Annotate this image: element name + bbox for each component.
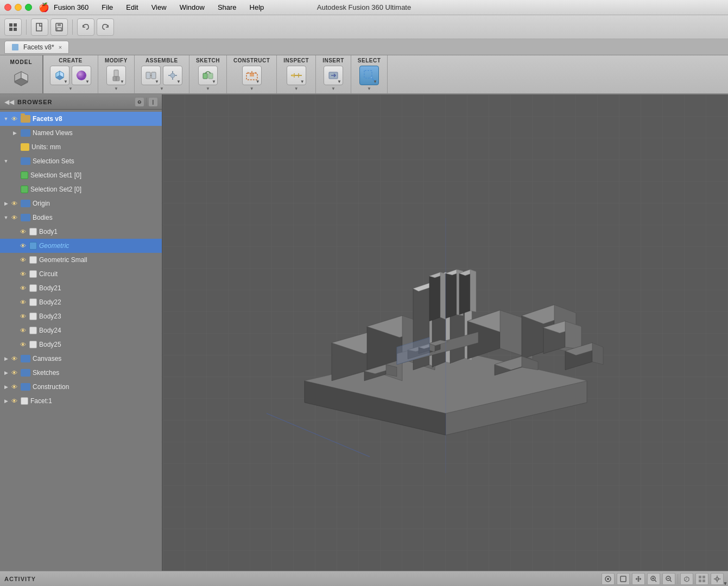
tree-item-units[interactable]: ▶ Units: mm [0,140,162,154]
expand-canvases[interactable]: ▶ [2,355,10,362]
expand-root[interactable]: ▼ [2,115,10,123]
tree-item-circuit[interactable]: ▶ 👁 Circuit [0,267,162,281]
display-settings-button[interactable] [711,573,724,585]
assemble-more-arrow[interactable]: ▼ [160,86,164,91]
eye-geometric-small[interactable]: 👁 [18,256,27,264]
maximize-button[interactable] [25,4,32,11]
browser-title: BROWSER [17,99,135,105]
sketch-button[interactable]: ▼ [198,66,218,85]
eye-body25[interactable]: 👁 [18,340,27,349]
expand-bodies[interactable]: ▼ [2,214,10,221]
modify-button[interactable]: ▼ [106,66,126,85]
tree-item-root[interactable]: ▼ 👁 Facets v8 [0,112,162,126]
apple-menu[interactable]: 🍎 [39,2,49,12]
create-more-arrow[interactable]: ▼ [68,86,73,91]
eye-root[interactable]: 👁 [10,114,18,123]
expand-sketches[interactable]: ▶ [2,369,10,377]
insert-button[interactable]: ▼ [324,66,343,85]
pan-button[interactable] [632,573,645,585]
browser-collapse-button[interactable]: ◀◀ [4,98,14,106]
zoom-out-button[interactable] [662,573,675,585]
eye-body24[interactable]: 👁 [18,326,27,335]
eye-sketches[interactable]: 👁 [10,368,18,377]
tree-item-origin[interactable]: ▶ 👁 Origin [0,196,162,211]
tab-facets[interactable]: Facets v8* × [4,41,69,54]
eye-body1[interactable]: 👁 [18,227,27,236]
menu-help[interactable]: Help [248,2,267,12]
menu-window[interactable]: Window [178,2,207,12]
tree-item-sketches[interactable]: ▶ 👁 Sketches [0,366,162,380]
select-button[interactable]: ▼ [359,66,379,85]
eye-geometric[interactable]: 👁 [18,241,27,250]
activity-label: ACTIVITY [4,576,36,582]
tree-item-selection-sets[interactable]: ▼ 👁 Selection Sets [0,154,162,168]
tree-item-sel-set1[interactable]: ▶ Selection Set1 [0] [0,168,162,182]
expand-construction[interactable]: ▶ [2,383,10,391]
create-sphere-button[interactable]: ▼ [72,66,91,85]
tree-item-geometric[interactable]: ▶ 👁 Geometric [0,239,162,253]
zoom-in-button[interactable] [647,573,660,585]
minimize-button[interactable] [15,4,22,11]
eye-body23[interactable]: 👁 [18,312,27,321]
eye-circuit[interactable]: 👁 [18,270,27,278]
insert-more-arrow[interactable]: ▼ [331,86,335,91]
expand-facet1[interactable]: ▶ [2,397,10,405]
inspect-button[interactable]: ▼ [287,66,306,85]
eye-origin[interactable]: 👁 [10,199,18,208]
save-button[interactable] [50,18,68,36]
assemble1-button[interactable]: ▼ [141,66,161,85]
modify-more-arrow[interactable]: ▼ [114,86,118,91]
eye-construction[interactable]: 👁 [10,383,18,391]
tree-item-geometric-small[interactable]: ▶ 👁 Geometric Small [0,253,162,267]
browser-expand-button[interactable]: | [149,98,157,106]
sketch-more-arrow[interactable]: ▼ [206,86,210,91]
tree-item-body25[interactable]: ▶ 👁 Body25 [0,337,162,352]
expand-named-views[interactable]: ▶ [11,129,18,137]
tree-item-construction[interactable]: ▶ 👁 Construction [0,380,162,394]
expand-sel-sets[interactable]: ▼ [2,157,10,165]
model-cube-icon[interactable] [9,66,33,90]
menu-file[interactable]: File [99,2,115,12]
eye-canvases[interactable]: 👁 [10,354,18,363]
tab-close-button[interactable]: × [59,44,62,50]
undo-button[interactable]: ▼ [77,18,94,36]
tree-item-body23[interactable]: ▶ 👁 Body23 [0,309,162,323]
view-cube-button[interactable] [680,573,693,585]
expand-origin[interactable]: ▶ [2,200,10,207]
grid-view-button[interactable] [4,18,22,36]
tree-item-canvases[interactable]: ▶ 👁 Canvases [0,352,162,366]
tree-item-body1[interactable]: ▶ 👁 Body1 [0,225,162,239]
viewport[interactable] [163,94,728,571]
construct-button[interactable]: ▼ [242,66,262,85]
tree-item-bodies[interactable]: ▼ 👁 Bodies [0,211,162,225]
construct-more-arrow[interactable]: ▼ [250,86,254,91]
redo-button[interactable]: ▼ [97,18,114,36]
close-button[interactable] [4,4,11,11]
menu-share[interactable]: Share [216,2,239,12]
new-file-button[interactable]: ▼ [31,18,48,36]
body22-icon [29,298,37,306]
menu-view[interactable]: View [149,2,169,12]
body23-label: Body23 [39,313,61,320]
select-more-arrow[interactable]: ▼ [367,86,371,91]
assemble2-button[interactable]: ▼ [163,66,182,85]
grid-display-button[interactable] [695,573,708,585]
menu-edit[interactable]: Edit [124,2,140,12]
tree-item-facet1[interactable]: ▶ 👁 Facet:1 [0,394,162,408]
browser-settings-button[interactable]: ⊖ [135,98,144,106]
tree-item-body22[interactable]: ▶ 👁 Body22 [0,295,162,309]
tree-item-sel-set2[interactable]: ▶ Selection Set2 [0] [0,182,162,196]
eye-bodies[interactable]: 👁 [10,213,18,222]
construct-label: CONSTRUCT [233,58,270,63]
nav-controls-button[interactable] [602,573,615,585]
menu-fusion360[interactable]: Fusion 360 [52,2,91,12]
eye-body21[interactable]: 👁 [18,284,27,292]
tree-item-body21[interactable]: ▶ 👁 Body21 [0,281,162,295]
eye-body22[interactable]: 👁 [18,298,27,307]
create-box-button[interactable]: ▼ [50,66,69,85]
inspect-more-arrow[interactable]: ▼ [294,86,299,91]
tree-item-named-views[interactable]: ▶ Named Views [0,126,162,140]
orbit-button[interactable] [617,573,630,585]
tree-item-body24[interactable]: ▶ 👁 Body24 [0,323,162,337]
eye-facet1[interactable]: 👁 [10,397,18,405]
